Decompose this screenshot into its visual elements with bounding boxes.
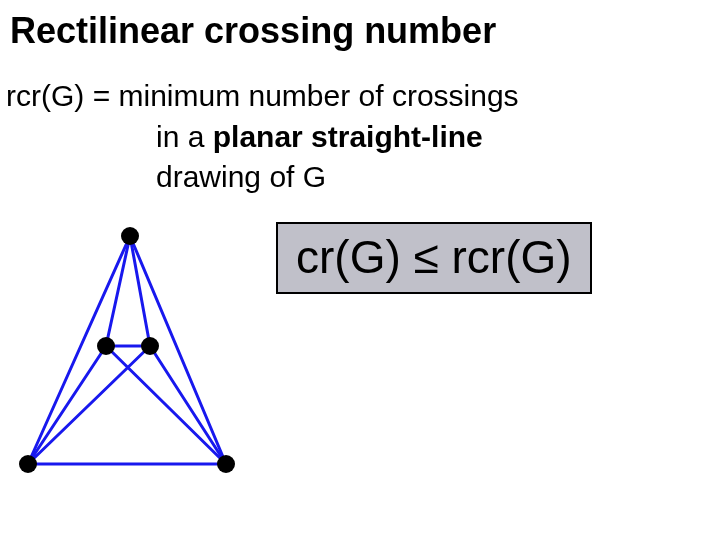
- graph-edge: [106, 236, 130, 346]
- definition-block: rcr(G) = minimum number of crossings in …: [6, 76, 704, 198]
- def-line2-pre: in a: [156, 120, 213, 153]
- graph-edge: [28, 236, 130, 464]
- graph-vertex: [19, 455, 37, 473]
- graph-edge: [28, 346, 150, 464]
- graph-vertex: [217, 455, 235, 473]
- def-line1-tail: minimum number of crossings: [119, 79, 519, 112]
- graph-edge: [106, 346, 226, 464]
- graph-edge: [28, 346, 106, 464]
- inequality-box: cr(G) ≤ rcr(G): [276, 222, 592, 294]
- graph-vertex: [141, 337, 159, 355]
- graph-diagram: [10, 218, 250, 478]
- page-title: Rectilinear crossing number: [10, 10, 704, 52]
- def-prefix: rcr(G) =: [6, 79, 119, 112]
- inequality-text: cr(G) ≤ rcr(G): [296, 231, 572, 283]
- k5-graph-svg: [10, 218, 250, 478]
- graph-edge: [150, 346, 226, 464]
- definition-line-3: drawing of G: [6, 157, 704, 198]
- graph-edge: [130, 236, 150, 346]
- definition-line-1: rcr(G) = minimum number of crossings: [6, 76, 704, 117]
- graph-vertex: [121, 227, 139, 245]
- def-line2-bold: planar straight-line: [213, 120, 483, 153]
- definition-line-2: in a planar straight-line: [6, 117, 704, 158]
- graph-vertex: [97, 337, 115, 355]
